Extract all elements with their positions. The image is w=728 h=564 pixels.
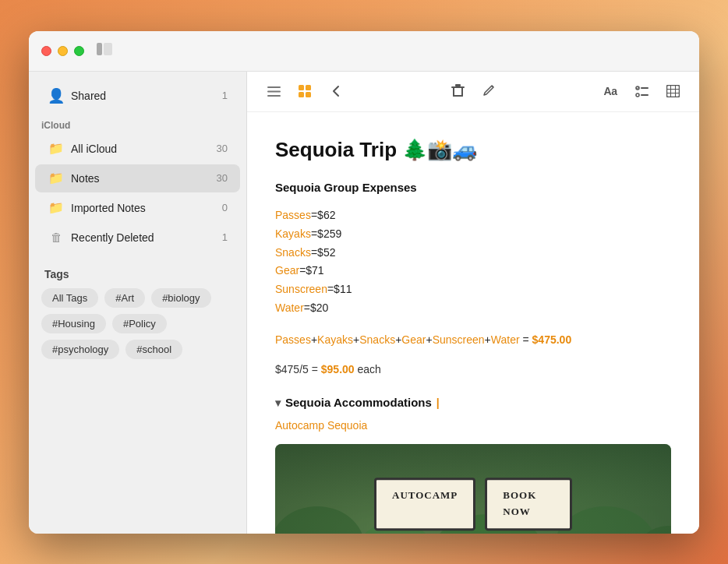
autocamp-link[interactable]: Autocamp Sequoia [275, 419, 367, 432]
total-line: Passes+Kayaks+Snacks+Gear+Sunscreen+Wate… [275, 330, 671, 350]
sidebar-item-deleted-count: 1 [222, 231, 228, 243]
minimize-button[interactable] [58, 46, 68, 56]
gear-link[interactable]: Gear [275, 264, 299, 277]
delete-note-button[interactable] [447, 80, 468, 102]
svg-rect-5 [299, 85, 304, 90]
svg-point-23 [275, 506, 364, 534]
svg-rect-2 [267, 86, 281, 88]
svg-rect-8 [306, 92, 311, 97]
sunscreen-link[interactable]: Sunscreen [275, 283, 327, 295]
trash-icon: 🗑 [48, 229, 65, 246]
total-sunscreen[interactable]: Sunscreen [433, 333, 485, 346]
sidebar-item-recently-deleted[interactable]: 🗑 Recently Deleted 1 [35, 224, 240, 252]
list-view-button[interactable] [263, 80, 284, 102]
autocamp-btn[interactable]: AUTOCAMP [374, 478, 475, 531]
sidebar-item-imported-count: 0 [222, 202, 228, 213]
svg-rect-13 [453, 95, 463, 97]
svg-rect-4 [267, 95, 281, 97]
kayaks-link[interactable]: Kayaks [275, 227, 311, 240]
titlebar [29, 31, 699, 72]
total-snacks[interactable]: Snacks [359, 333, 395, 346]
sidebar-item-allicloud-label: All iCloud [71, 143, 217, 155]
expense-passes: Passes=$62 [275, 206, 671, 225]
sidebar-item-imported-label: Imported Notes [71, 202, 222, 214]
folder-icon-notes: 📁 [48, 170, 65, 187]
font-button[interactable]: Aa [599, 80, 621, 102]
sidebar-item-allicloud-count: 30 [217, 143, 228, 154]
font-label: Aa [604, 85, 617, 97]
autocamp-image: AUTOCAMP BOOK NOW [275, 444, 671, 534]
note-body[interactable]: Sequoia Trip 🌲📸🚙 Sequoia Group Expenses … [247, 112, 699, 534]
chevron-down-icon[interactable]: ▾ [275, 394, 281, 411]
tags-grid: All Tags #Art #biology #Housing #Policy … [41, 288, 234, 359]
folder-icon-imported: 📁 [48, 199, 65, 217]
total-water[interactable]: Water [491, 333, 520, 346]
tag-school[interactable]: #school [125, 340, 182, 359]
maximize-button[interactable] [74, 46, 84, 56]
svg-rect-17 [641, 94, 648, 96]
image-buttons: AUTOCAMP BOOK NOW [374, 478, 572, 531]
tags-section: Tags All Tags #Art #biology #Housing #Po… [29, 262, 246, 365]
expense-kayaks: Kayaks=$259 [275, 225, 671, 244]
sidebar-item-shared-label: Shared [71, 90, 222, 102]
cursor-indicator: | [436, 394, 440, 411]
main-window: 👤 Shared 1 iCloud 📁 All iCloud 30 📁 Note… [29, 31, 699, 534]
sidebar-toggle-icon[interactable] [97, 43, 112, 59]
note-panel: Aa [247, 72, 699, 534]
traffic-lights [41, 46, 84, 56]
sidebar-item-all-icloud[interactable]: 📁 All iCloud 30 [35, 135, 240, 163]
total-passes[interactable]: Passes [275, 333, 311, 346]
per-person-line: $475/5 = $95.00 each [275, 361, 671, 378]
total-gear[interactable]: Gear [401, 333, 426, 346]
expense-gear: Gear=$71 [275, 262, 671, 280]
per-person-amount: $95.00 [321, 363, 355, 375]
total-kayaks[interactable]: Kayaks [317, 333, 353, 346]
water-link[interactable]: Water [275, 301, 304, 314]
back-button[interactable] [325, 80, 347, 102]
svg-rect-6 [306, 85, 311, 90]
sidebar-item-shared-count: 1 [222, 90, 228, 101]
svg-rect-1 [104, 43, 112, 55]
total-amount: $475.00 [532, 333, 572, 346]
tag-psychology[interactable]: #psychology [41, 340, 119, 359]
sidebar-item-imported-notes[interactable]: 📁 Imported Notes 0 [35, 194, 240, 222]
tag-biology[interactable]: #biology [151, 288, 210, 308]
compose-button[interactable] [478, 80, 500, 102]
accom-title: Sequoia Accommodations [285, 393, 432, 412]
sidebar-item-notes[interactable]: 📁 Notes 30 [35, 164, 240, 192]
shared-icon: 👤 [48, 87, 65, 104]
accommodations-section: ▾ Sequoia Accommodations | Autocamp Sequ… [275, 393, 671, 434]
snacks-link[interactable]: Snacks [275, 246, 311, 259]
svg-rect-3 [267, 90, 281, 92]
sidebar-item-deleted-label: Recently Deleted [71, 231, 222, 244]
expense-snacks: Snacks=$52 [275, 244, 671, 263]
tags-header: Tags [41, 268, 234, 280]
tag-housing[interactable]: #Housing [41, 314, 106, 333]
svg-rect-0 [97, 43, 102, 55]
note-subtitle: Sequoia Group Expenses [275, 178, 671, 197]
svg-rect-16 [641, 87, 648, 89]
expense-list: Passes=$62 Kayaks=$259 Snacks=$52 Gear=$… [275, 206, 671, 318]
expense-sunscreen: Sunscreen=$11 [275, 280, 671, 299]
table-button[interactable] [662, 80, 684, 102]
svg-rect-10 [455, 84, 461, 86]
book-now-btn[interactable]: BOOK NOW [485, 478, 572, 531]
passes-link[interactable]: Passes [275, 209, 311, 221]
accom-header: ▾ Sequoia Accommodations | [275, 393, 671, 412]
tag-art[interactable]: #Art [104, 288, 145, 308]
tag-all-tags[interactable]: All Tags [41, 288, 98, 308]
note-title: Sequoia Trip 🌲📸🚙 [275, 134, 671, 167]
svg-rect-7 [299, 92, 304, 97]
note-toolbar: Aa [247, 72, 699, 112]
svg-point-15 [636, 93, 639, 97]
checklist-button[interactable] [631, 80, 652, 102]
sidebar-item-notes-label: Notes [71, 172, 217, 185]
sidebar-item-shared[interactable]: 👤 Shared 1 [35, 82, 240, 110]
svg-rect-18 [666, 86, 679, 97]
expense-water: Water=$20 [275, 299, 671, 318]
folder-icon-all: 📁 [48, 140, 65, 157]
grid-view-button[interactable] [294, 80, 316, 102]
close-button[interactable] [41, 46, 51, 56]
tag-policy[interactable]: #Policy [112, 314, 167, 333]
main-content: 👤 Shared 1 iCloud 📁 All iCloud 30 📁 Note… [29, 72, 699, 534]
